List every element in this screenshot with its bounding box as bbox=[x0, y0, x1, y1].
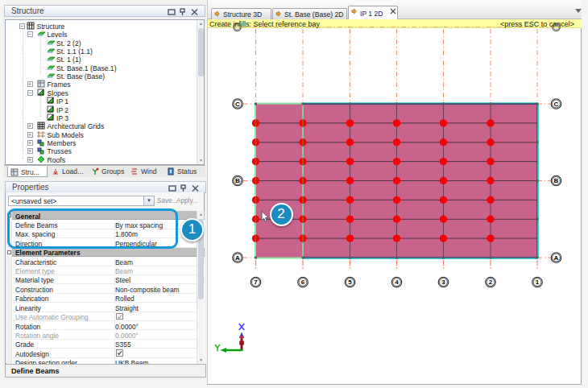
svg-text:2: 2 bbox=[489, 279, 493, 286]
svg-text:A: A bbox=[235, 254, 240, 262]
svg-text:C: C bbox=[235, 101, 240, 108]
svg-text:B: B bbox=[235, 177, 240, 184]
svg-text:C: C bbox=[554, 101, 559, 108]
svg-text:3: 3 bbox=[441, 279, 445, 286]
svg-text:1: 1 bbox=[536, 279, 540, 286]
svg-text:4: 4 bbox=[395, 279, 399, 286]
svg-text:B: B bbox=[554, 177, 559, 184]
svg-text:6: 6 bbox=[301, 279, 305, 286]
svg-text:7: 7 bbox=[254, 279, 258, 286]
svg-text:5: 5 bbox=[348, 279, 352, 286]
svg-text:A: A bbox=[554, 254, 559, 262]
